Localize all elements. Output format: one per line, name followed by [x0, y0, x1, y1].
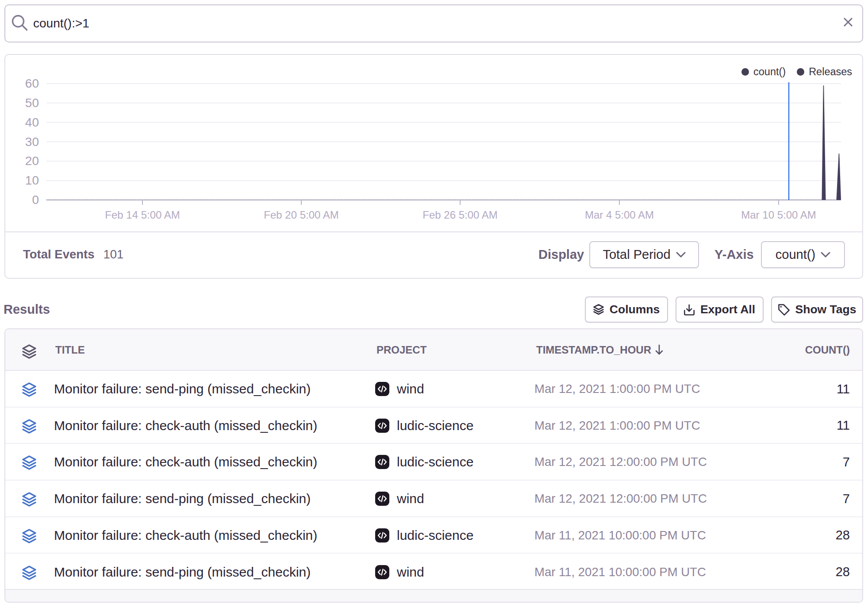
svg-text:0: 0 — [32, 193, 39, 207]
svg-text:50: 50 — [25, 96, 39, 110]
svg-text:Mar 4 5:00 AM: Mar 4 5:00 AM — [585, 209, 654, 221]
svg-text:30: 30 — [25, 135, 39, 149]
svg-text:40: 40 — [25, 115, 39, 129]
svg-text:Feb 26 5:00 AM: Feb 26 5:00 AM — [422, 209, 497, 221]
svg-text:Mar 10 5:00 AM: Mar 10 5:00 AM — [741, 209, 816, 221]
svg-text:Feb 14 5:00 AM: Feb 14 5:00 AM — [105, 209, 180, 221]
svg-text:Feb 20 5:00 AM: Feb 20 5:00 AM — [264, 209, 338, 221]
svg-text:20: 20 — [25, 154, 39, 168]
svg-text:10: 10 — [25, 173, 39, 187]
svg-text:60: 60 — [25, 77, 39, 90]
